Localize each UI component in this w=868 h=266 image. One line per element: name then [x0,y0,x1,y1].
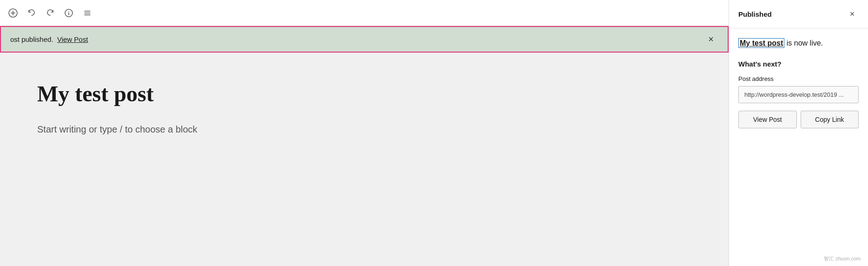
editor-area: ost published. View Post × My test post … [0,0,729,266]
post-placeholder[interactable]: Start writing or type / to choose a bloc… [37,122,691,136]
post-title[interactable]: My test post [37,80,691,107]
action-buttons: View Post Copy Link [738,111,859,128]
view-post-button[interactable]: View Post [738,111,797,128]
watermark: 智汇 zhuon.com [729,252,868,266]
post-address-label: Post address [738,75,859,82]
live-text: My test post is now live. [738,38,859,49]
notification-bar: ost published. View Post × [0,26,729,53]
view-post-link[interactable]: View Post [57,35,88,43]
toolbar [0,0,729,26]
panel-body: My test post is now live. What's next? P… [729,28,868,252]
panel-close-button[interactable]: × [846,7,859,20]
add-icon[interactable] [6,6,20,20]
panel-title: Published [738,10,772,18]
undo-icon[interactable] [24,6,39,20]
info-icon[interactable] [61,6,76,20]
whats-next-heading: What's next? [738,60,859,68]
copy-link-button[interactable]: Copy Link [801,111,859,128]
live-text-suffix: is now live. [787,39,823,47]
post-name-link[interactable]: My test post [738,38,784,48]
notification-close-button[interactable]: × [704,32,718,47]
notification-message: ost published. [10,35,53,43]
panel-header: Published × [729,0,868,28]
post-url-field[interactable]: http://wordpress-develop.test/2019 ... [738,86,859,103]
svg-point-5 [68,11,69,12]
redo-icon[interactable] [43,6,58,20]
published-panel: Published × My test post is now live. Wh… [729,0,868,266]
list-view-icon[interactable] [80,6,95,20]
editor-content: My test post Start writing or type / to … [0,53,729,266]
notification-text: ost published. View Post [10,35,88,43]
